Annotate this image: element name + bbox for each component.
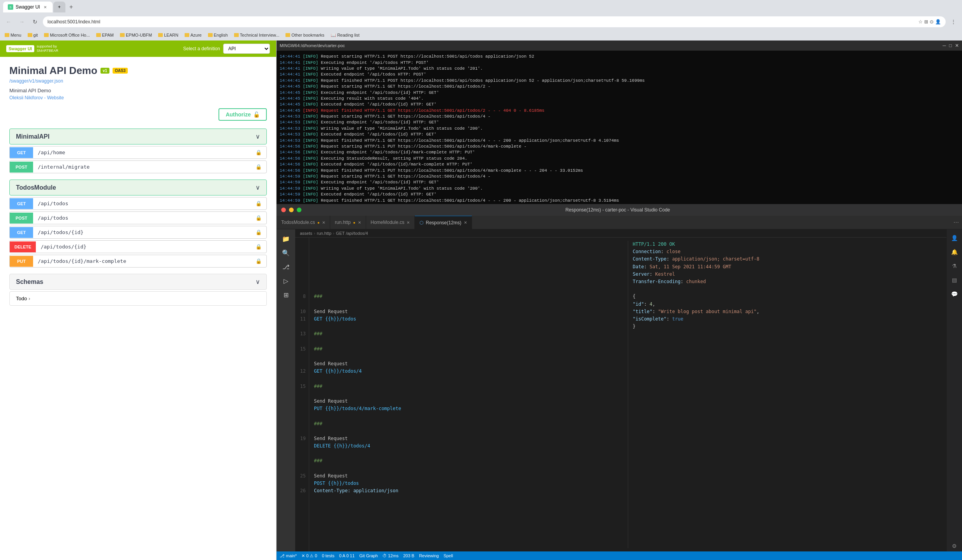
bookmark-epmo[interactable]: EPMO-UBFM <box>118 32 153 38</box>
sync-icon[interactable]: ⊙ <box>930 19 934 25</box>
endpoint-get-home[interactable]: GET /api/home 🔒 <box>9 146 267 159</box>
sidebar-explorer-icon[interactable]: 📁 <box>280 232 292 245</box>
vscode-tab-todos-module[interactable]: TodosModule.cs ● ✕ <box>277 216 330 229</box>
definition-select[interactable]: API <box>223 44 270 54</box>
response-line: Transfer-Encoding: chunked <box>633 278 942 285</box>
tab-swagger-close[interactable]: ✕ <box>42 4 48 10</box>
breadcrumb-sep1: › <box>314 231 315 236</box>
schemas-header[interactable]: Schemas ∨ <box>9 274 267 290</box>
editor-content[interactable]: ### Send RequestGET {{h}}/todos ### ### … <box>309 238 946 551</box>
endpoint-post-migrate[interactable]: POST /internal/migrate 🔒 <box>9 160 267 173</box>
rs-settings-icon[interactable]: ⚙ <box>949 541 960 551</box>
sb-branch[interactable]: ⎇ main* <box>280 553 297 558</box>
sidebar-search-icon[interactable]: 🔍 <box>280 247 292 259</box>
terminal-line: 14:44:56 [INFO] Request finished HTTP/1.… <box>280 168 959 174</box>
new-tab-button[interactable]: + <box>66 2 76 12</box>
endpoint-delete-todos-id[interactable]: DELETE /api/todos/{id} 🔒 <box>9 240 267 253</box>
bookmark-office[interactable]: Microsoft Office Ho... <box>42 32 92 38</box>
rs-avatar-icon[interactable]: 👤 <box>949 232 960 243</box>
api-subtitle-link[interactable]: /swagger/v1/swagger.json <box>9 78 63 84</box>
rs-bell-icon[interactable]: 🔔 <box>949 247 960 257</box>
endpoint-get-todos-id[interactable]: GET /api/todos/{id} 🔒 <box>9 226 267 239</box>
back-button[interactable]: ← <box>3 16 14 27</box>
terminal-line: 14:44:45 [INFO] Executing result with st… <box>280 96 959 102</box>
url-bar[interactable]: localhost:5001/index.html ☆ ⊞ ⊙ 👤 <box>43 16 946 27</box>
vscode-tab-home-module[interactable]: HomeModule.cs ✕ <box>366 216 415 229</box>
extension-icon[interactable]: ⊞ <box>924 19 928 25</box>
folder-icon <box>158 33 163 37</box>
bookmark-menu[interactable]: Menu <box>3 32 23 38</box>
bookmark-learn[interactable]: LEARN <box>157 32 180 38</box>
rs-layout-icon[interactable]: ▤ <box>949 275 960 285</box>
rs-chat-icon[interactable]: 💬 <box>949 289 960 299</box>
section-minimal-api-header[interactable]: MinimalAPI ∨ <box>9 129 267 144</box>
bookmark-reading-list[interactable]: 📖 Reading list <box>329 32 361 39</box>
sb-spell[interactable]: Spell <box>444 553 453 558</box>
vscode-more-icon[interactable]: ⋯ <box>953 219 959 225</box>
terminal-maximize-button[interactable]: □ <box>949 43 952 48</box>
sb-errors[interactable]: ✕ 0 ⚠ 0 <box>301 553 317 558</box>
bookmark-azure[interactable]: Azure <box>183 32 203 38</box>
tab-swagger[interactable]: S Swagger UI ✕ <box>3 2 53 12</box>
forward-button[interactable]: → <box>16 16 27 27</box>
editor-line <box>314 412 623 420</box>
line-number <box>298 255 306 263</box>
api-contact-link[interactable]: Oleksii Nikiforov - Website <box>9 95 64 100</box>
bookmark-git[interactable]: git <box>26 32 40 38</box>
method-get-badge: GET <box>10 198 33 209</box>
line-number: 12 <box>298 368 306 375</box>
vscode-close-button[interactable] <box>281 208 286 212</box>
editor-line <box>314 301 623 308</box>
bookmark-technical[interactable]: Technical Interview... <box>233 32 281 38</box>
vscode-tab-response[interactable]: ⬡ Response(12ms) ✕ <box>415 216 472 229</box>
vscode-tab-run-close[interactable]: ✕ <box>358 220 361 225</box>
api-description: Minimal API Demo <box>9 88 267 93</box>
badge-v1: v1 <box>100 68 109 74</box>
star-icon[interactable]: ☆ <box>918 19 923 25</box>
sb-reviewing[interactable]: Reviewing <box>419 553 439 558</box>
authorize-button[interactable]: Authorize 🔓 <box>218 108 267 121</box>
bookmark-other[interactable]: Other bookmarks <box>284 32 326 38</box>
rs-test-icon[interactable]: ⚗ <box>949 261 960 271</box>
right-panel: MINGW64:/d/home/dev/carter-poc ─ □ ✕ 14:… <box>277 41 962 560</box>
sb-info-label: 0 A 0 11 <box>339 553 355 558</box>
endpoint-post-todos[interactable]: POST /api/todos 🔒 <box>9 211 267 224</box>
sb-tests[interactable]: 0 tests <box>322 553 334 558</box>
schema-todo[interactable]: Todo › <box>9 291 267 306</box>
editor-line: Send Request <box>314 308 623 315</box>
chevron-down-icon: ∨ <box>255 184 260 191</box>
terminal-minimize-button[interactable]: ─ <box>943 43 946 48</box>
reload-button[interactable]: ↻ <box>30 16 41 27</box>
sb-size[interactable]: 203 B <box>403 553 414 558</box>
line-number <box>298 301 306 308</box>
sidebar-git-icon[interactable]: ⎇ <box>280 261 292 273</box>
line-number <box>298 420 306 428</box>
vscode-statusbar: ⎇ main* ✕ 0 ⚠ 0 0 tests 0 A 0 11 Git Gra… <box>277 551 962 560</box>
vscode-minimize-button[interactable] <box>289 208 294 212</box>
sb-response-time[interactable]: ⏱ 12ms <box>382 553 398 558</box>
vscode-tab-home-close[interactable]: ✕ <box>407 220 410 225</box>
section-todos-header[interactable]: TodosModule ∨ <box>9 180 267 195</box>
terminal-close-button[interactable]: ✕ <box>955 43 959 48</box>
sidebar-run-icon[interactable]: ▷ <box>280 275 292 287</box>
vscode-tab-todos-close[interactable]: ✕ <box>322 220 325 225</box>
sb-info[interactable]: 0 A 0 11 <box>339 553 355 558</box>
endpoint-get-todos[interactable]: GET /api/todos 🔒 <box>9 197 267 210</box>
bookmark-epam[interactable]: EPAM <box>95 32 115 38</box>
editor-line <box>314 428 623 435</box>
menu-button[interactable]: ⋮ <box>948 16 959 27</box>
sb-git-graph[interactable]: Git Graph <box>359 553 378 558</box>
editor-line: ### <box>314 293 623 300</box>
vscode-right-sidebar: 👤 🔔 ⚗ ▤ 💬 ⚙ <box>946 229 962 551</box>
endpoint-put-todos-mark[interactable]: PUT /api/todos/{id}/mark-complete 🔒 <box>9 255 267 268</box>
bookmark-english-label: English <box>214 33 228 37</box>
bookmark-english[interactable]: English <box>206 32 229 38</box>
editor-line <box>314 390 623 398</box>
sidebar-extensions-icon[interactable]: ⊞ <box>280 289 292 301</box>
vscode-tab-run-http[interactable]: run.http ● ✕ <box>330 216 366 229</box>
tab-new[interactable]: + <box>53 2 65 12</box>
incognito-icon[interactable]: 👤 <box>935 19 941 25</box>
vscode-maximize-button[interactable] <box>297 208 301 212</box>
vscode-tab-response-close[interactable]: ✕ <box>464 220 467 225</box>
bookmark-reading-label: Reading list <box>337 33 359 37</box>
